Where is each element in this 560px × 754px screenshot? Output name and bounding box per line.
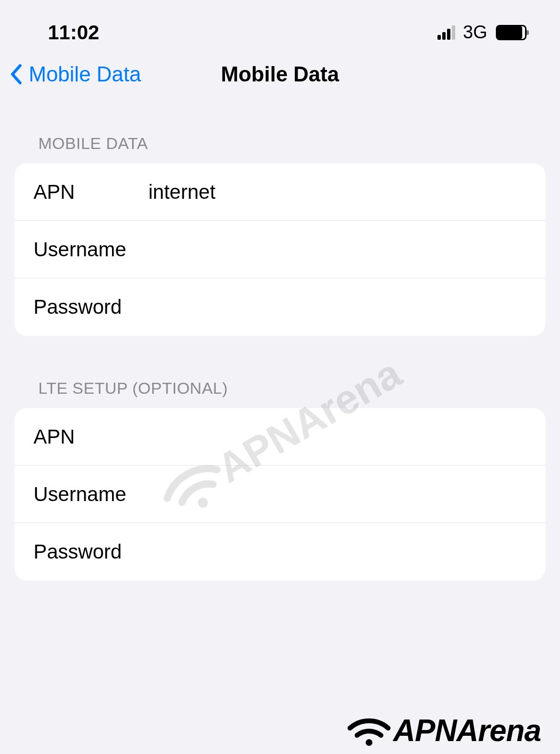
section-header-mobile-data: MOBILE DATA (14, 134, 546, 153)
battery-icon (496, 25, 526, 40)
input-lte-password[interactable] (148, 540, 526, 563)
label-apn: APN (34, 181, 148, 204)
label-username: Username (34, 238, 148, 261)
svg-point-1 (366, 739, 372, 746)
page-title: Mobile Data (221, 62, 339, 86)
status-time: 11:02 (48, 21, 99, 44)
status-bar: 11:02 3G (0, 0, 560, 48)
input-username[interactable] (148, 238, 526, 261)
input-password[interactable] (148, 296, 526, 319)
row-lte-username[interactable]: Username (14, 466, 546, 523)
row-lte-password[interactable]: Password (14, 523, 546, 581)
section-lte-setup: APN Username Password (14, 408, 546, 581)
status-indicators: 3G (437, 22, 526, 43)
input-lte-apn[interactable] (148, 425, 526, 448)
input-apn[interactable] (148, 181, 526, 204)
network-type: 3G (463, 22, 487, 43)
watermark-text: APNArena (393, 713, 541, 748)
section-mobile-data: APN Username Password (14, 163, 546, 336)
signal-icon (437, 25, 455, 40)
section-header-lte-setup: LTE SETUP (OPTIONAL) (14, 379, 546, 398)
chevron-left-icon (10, 64, 23, 85)
row-lte-apn[interactable]: APN (14, 408, 546, 466)
back-label: Mobile Data (29, 62, 141, 86)
back-button[interactable]: Mobile Data (10, 62, 141, 86)
row-apn[interactable]: APN (14, 163, 546, 221)
content-area: MOBILE DATA APN Username Password LTE SE… (0, 101, 560, 581)
row-password[interactable]: Password (14, 278, 546, 336)
label-lte-apn: APN (34, 425, 148, 448)
label-lte-password: Password (34, 540, 148, 563)
wifi-icon (345, 714, 393, 747)
row-username[interactable]: Username (14, 221, 546, 278)
label-lte-username: Username (34, 483, 148, 506)
watermark-bottom: APNArena (345, 713, 541, 748)
label-password: Password (34, 296, 148, 319)
navigation-bar: Mobile Data Mobile Data (0, 48, 560, 101)
input-lte-username[interactable] (148, 483, 526, 506)
